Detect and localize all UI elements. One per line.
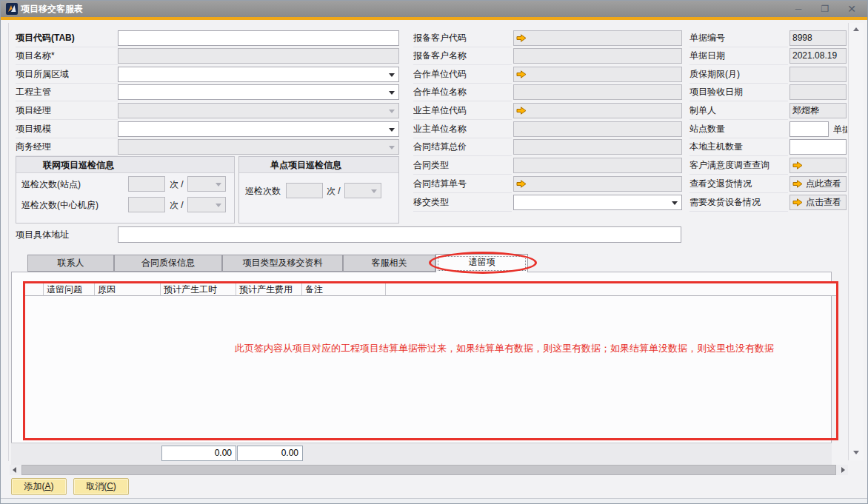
label-warranty-period: 质保期限(月) [690,67,788,84]
chevron-down-icon [216,183,221,187]
site-count-suffix: 单据 [833,122,847,139]
scroll-down-icon[interactable] [853,451,859,454]
document-date-field: 2021.08.19 [789,48,847,64]
site-count-input[interactable] [789,121,829,137]
label-inspection-count: 巡检次数 [245,184,285,201]
project-address-input[interactable] [118,226,681,243]
cancel-button-text: 取消( [86,481,107,491]
tab-contacts[interactable]: 联系人 [27,255,114,272]
chevron-down-icon [389,110,395,113]
label-satisfaction-survey: 客户满意度调查查询 [690,158,788,175]
label-engineering-supervisor: 工程主管 [16,84,118,101]
close-icon[interactable]: ✕ [841,1,863,17]
scroll-up-icon[interactable] [853,27,859,31]
shipping-equipment-link[interactable]: 点击查看 [806,195,841,209]
link-arrow-icon[interactable] [792,198,803,206]
transfer-type-select[interactable] [513,195,682,210]
inspection-period-select [344,183,381,198]
label-view-returns: 查看交退货情况 [690,176,788,193]
label-partner-unit-code: 合作单位代码 [413,67,512,84]
contract-type-field [513,158,682,173]
reported-customer-code-field [513,30,682,46]
chevron-down-icon [389,128,395,132]
label-owner-unit-name: 业主单位名称 [413,121,512,138]
horizontal-scrollbar[interactable] [10,465,848,475]
project-region-select[interactable] [118,67,399,82]
network-inspection-title: 联网项目巡检信息 [16,157,234,173]
panel-left-border [8,23,9,461]
label-project-manager: 项目经理 [16,103,118,120]
label-transfer-type: 移交类型 [413,195,512,212]
column-header-remarks: 备注 [302,283,386,296]
link-arrow-icon[interactable] [792,180,803,188]
link-arrow-icon[interactable] [516,107,527,115]
acceptance-date-field [789,84,847,100]
scroll-left-icon[interactable] [13,467,16,473]
owner-unit-name-field [513,121,682,137]
tab-focus-outline [438,256,526,271]
document-number-field: 8998 [789,30,847,46]
tab-legacy-items[interactable]: 遗留项 [435,254,528,272]
minimize-icon[interactable]: ─ [787,1,809,17]
label-document-date: 单据日期 [690,48,788,65]
engineering-supervisor-select[interactable] [118,84,399,100]
project-code-input[interactable] [118,30,399,46]
cancel-button-mnemonic: C [107,481,113,491]
horizontal-scrollbar-thumb[interactable] [21,465,836,475]
label-document-creator: 制单人 [690,103,788,120]
inspection-count-input [286,183,323,198]
annotation-text: 此页签内容从项目对应的工程项目结算单据带过来，如果结算单有数据，则这里有数据；如… [171,342,838,355]
label-project-address: 项目具体地址 [16,227,118,244]
project-name-field [118,48,399,64]
label-shipping-equipment: 需要发货设备情况 [690,195,788,212]
label-business-manager: 商务经理 [16,139,118,156]
owner-unit-code-field [513,103,682,118]
column-header-reason: 原因 [95,283,161,296]
window-bottom-edge [1,498,868,504]
total-estimated-cost-input[interactable]: 0.00 [237,446,303,461]
tab-contract-warranty[interactable]: 合同质保信息 [114,255,222,272]
unit-label: 次 / [170,177,187,194]
total-estimated-hours-input[interactable]: 0.00 [161,446,236,461]
column-header-legacy-issue: 遗留问题 [44,283,95,296]
label-contract-settlement-total: 合同结算总价 [413,139,512,156]
titlebar: 项目移交客服表 ─ ❐ ✕ [1,1,868,17]
label-reported-customer-code: 报备客户代码 [413,30,512,47]
label-project-name: 项目名称* [16,48,118,65]
cancel-button[interactable]: 取消(C) [73,478,129,495]
label-reported-customer-name: 报备客户名称 [413,48,512,65]
inspection-count-site-input [128,176,165,192]
link-arrow-icon[interactable] [516,70,527,78]
view-returns-link[interactable]: 点此查看 [806,177,841,191]
add-button[interactable]: 添加(A) [11,478,67,495]
single-inspection-title: 单点项目巡检信息 [239,157,398,173]
add-button-text-end: ) [51,481,54,491]
tab-customer-service[interactable]: 客服相关 [343,255,435,272]
project-scale-select[interactable] [118,121,399,137]
contract-settlement-number-field [513,176,682,192]
label-contract-type: 合同类型 [413,158,512,175]
inspection-period-site-select [187,176,226,192]
vertical-scrollbar[interactable] [848,23,864,460]
scroll-right-icon[interactable] [841,467,845,473]
chevron-down-icon [389,146,395,149]
totals-strip [11,443,832,465]
maximize-icon[interactable]: ❐ [814,1,836,17]
add-button-text: 添加( [24,481,44,491]
label-owner-unit-code: 业主单位代码 [413,103,512,120]
app-icon [6,3,18,15]
local-host-count-input[interactable] [789,139,847,155]
column-header-estimated-cost: 预计产生费用 [236,283,302,296]
tab-content-panel [11,272,832,464]
accent-line [1,17,868,20]
tab-project-type-transfer[interactable]: 项目类型及移交资料 [222,255,343,272]
link-arrow-icon[interactable] [792,161,803,169]
shipping-equipment-field: 点击查看 [789,195,847,210]
label-acceptance-date: 项目验收日期 [690,84,788,101]
label-site-count: 站点数量 [690,121,788,138]
label-inspection-count-site: 巡检次数(站点) [21,177,128,194]
add-button-mnemonic: A [44,481,50,491]
chevron-down-icon [389,73,395,77]
link-arrow-icon[interactable] [516,180,527,188]
link-arrow-icon[interactable] [516,34,527,42]
